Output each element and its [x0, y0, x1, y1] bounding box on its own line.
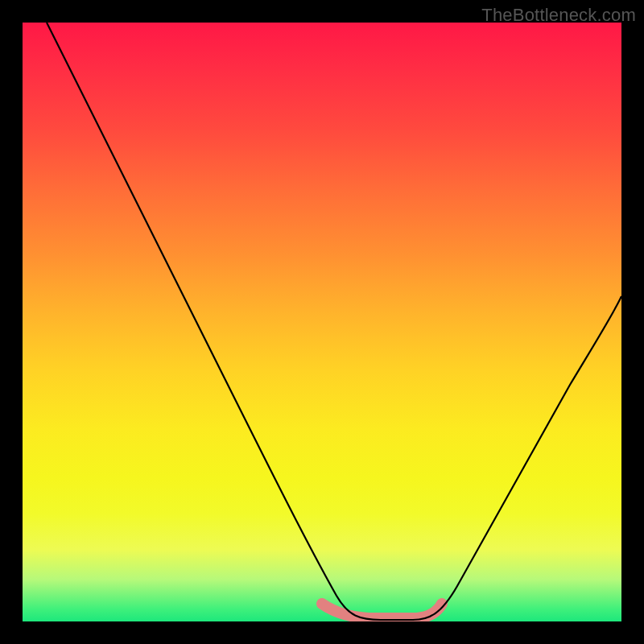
curve-layer — [23, 23, 621, 621]
watermark-label: TheBottleneck.com — [481, 5, 636, 26]
chart-frame: TheBottleneck.com — [0, 0, 644, 644]
plot-area — [23, 23, 621, 621]
bottleneck-curve-path — [47, 23, 621, 620]
optimal-band-path — [322, 604, 442, 618]
